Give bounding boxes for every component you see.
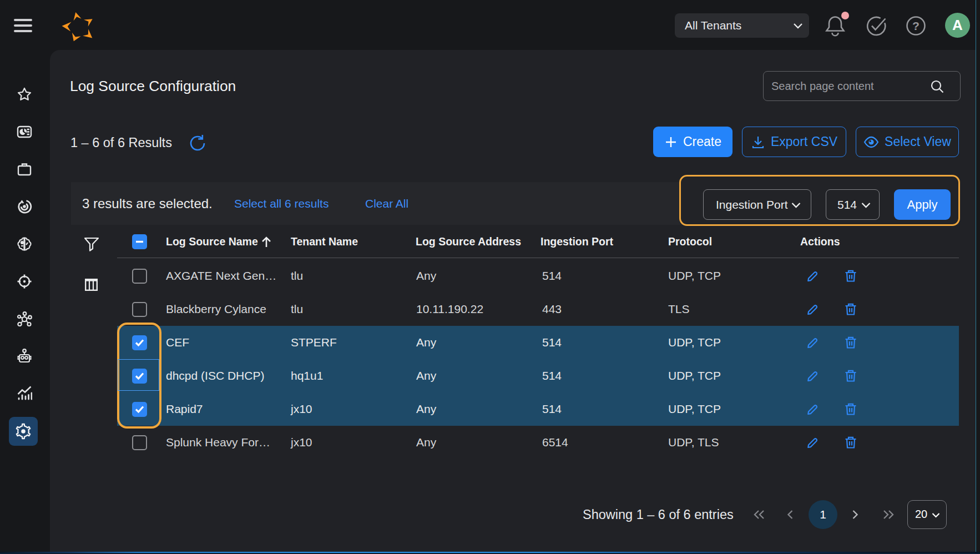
svg-text:?: ? [912, 19, 920, 32]
